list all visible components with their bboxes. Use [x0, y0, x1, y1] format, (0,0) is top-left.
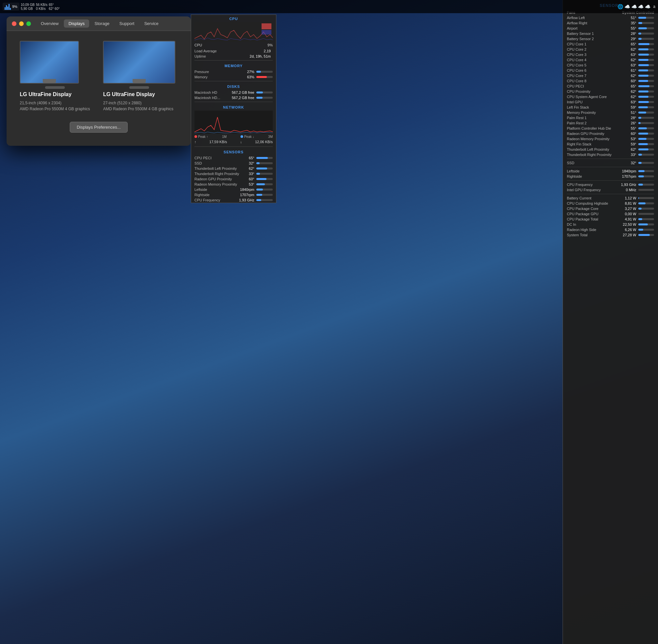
sp-sensor-bar-fill-15 [638, 96, 649, 98]
istat-sensor-bar-2 [256, 167, 273, 169]
displays-preferences-button[interactable]: Displays Preferences... [70, 122, 128, 133]
sp-sensor-bar-fill-14 [638, 91, 649, 92]
tab-service[interactable]: Service [140, 19, 163, 28]
istat-main-panel: CPU CPU 9% Load Average 2,19 Uptime 2d, … [191, 15, 276, 203]
istat-peak-up-val: 1M [222, 135, 227, 139]
menubar-temp-stats[interactable]: 65° 62° 60° [49, 3, 60, 10]
display-stand-1 [45, 86, 65, 89]
menubar-mem-stats[interactable]: 10,09 GB 5,90 GB [21, 3, 34, 10]
sp-sensor-value-2: 55° [624, 26, 636, 30]
istat-disk1-value: 567,2 GB free [232, 91, 255, 94]
sp-sensor-row-25: Thunderbolt Left Proximity 62° [563, 147, 658, 152]
sp-ssd-bar [638, 162, 654, 164]
sp-sensor-label-9: CPU Core 5 [567, 63, 624, 67]
sp-sensor-label-12: CPU Core 8 [567, 79, 624, 83]
istat-sensor-bar-fill-5 [256, 183, 265, 185]
sp-sensor-bar-fill-20 [638, 122, 640, 124]
sp-sensor-value-25: 62° [624, 147, 636, 152]
maximize-button[interactable] [26, 21, 31, 26]
istat-sensor-value-3: 33° [244, 172, 254, 176]
sp-sensor-bar-8 [638, 59, 654, 61]
istat-sensor-bar-4 [256, 178, 273, 180]
menubar-cpu-widget[interactable]: 9% [3, 3, 19, 10]
tab-support[interactable]: Support [115, 19, 139, 28]
menubar-icons: 🌐 ☁️ ☁️ ☁️ ☁️ [617, 4, 651, 9]
sp-system-total-label: System Total [567, 233, 623, 237]
tab-overview[interactable]: Overview [36, 19, 63, 28]
menubar-mem-free: 5,90 GB [21, 7, 34, 10]
istat-disk2-bar [256, 97, 273, 99]
istat-sensor-label-4: Radeon GPU Proximity [194, 177, 244, 181]
sp-sensor-bar-fill-1 [638, 22, 642, 24]
sp-sensor-bar-15 [638, 96, 654, 98]
net-up-speed: 17,59 KB/s [209, 140, 227, 144]
sp-cpu-pkg-core-bar-fill [638, 208, 641, 210]
sp-sensor-row-10: CPU Core 6 61° [563, 68, 658, 73]
sp-sensor-label-15: CPU System Agent Core [567, 95, 624, 99]
sp-sensor-row-20: Palm Rest 2 26° [563, 120, 658, 126]
istat-sensor-value-8: 1,93 GHz [239, 198, 254, 202]
menubar-net-stats[interactable]: 56 KB/s 0 KB/s [36, 3, 47, 10]
menubar-time: a [653, 4, 655, 9]
tab-storage[interactable]: Storage [90, 19, 114, 28]
sp-battery-current-label: Battery Current [567, 196, 624, 200]
istat-uptime-row: Uptime 2d, 19h, 51m [191, 54, 276, 59]
display-spec-2: 27-inch (5120 x 2880) AMD Radeon Pro 550… [103, 100, 173, 112]
sp-ssd-row: SSD 32° [563, 160, 658, 165]
sp-radeon-high-bar-fill [638, 229, 643, 231]
display-name-2: LG UltraFine Display [103, 91, 155, 97]
sp-battery-current-row: Battery Current 1,12 W [563, 196, 658, 201]
istat-sensor-value-2: 62° [244, 166, 254, 170]
istat-pressure-value: 27% [244, 70, 254, 74]
istat-uptime-label: Uptime [194, 54, 250, 58]
menubar-right: 🌐 ☁️ ☁️ ☁️ ☁️ a [617, 4, 655, 9]
sp-sensor-bar-fill-7 [638, 54, 649, 55]
sp-radeon-high-label: Radeon High Side [567, 228, 624, 232]
sp-sensor-bar-20 [638, 122, 654, 124]
istat-sensor-label-8: CPU Frequency [194, 198, 239, 202]
sp-dc-in-bar-fill [638, 224, 648, 225]
sp-sensor-value-4: 29° [624, 37, 636, 41]
sp-sensor-bar-7 [638, 54, 654, 55]
sp-sensor-value-11: 62° [624, 74, 636, 78]
tab-displays[interactable]: Displays [64, 19, 89, 28]
istat-sensor-bar-fill-7 [256, 194, 262, 196]
sp-sensor-value-17: 59° [624, 105, 636, 109]
istat-cpu-graph [194, 22, 273, 42]
istat-disk2-value: 567,2 GB free [232, 96, 255, 100]
sp-cpu-freq-bar [638, 184, 654, 186]
net-down-speed: 12,06 KB/s [255, 140, 273, 144]
sp-sensor-row-6: CPU Core 2 62° [563, 47, 658, 52]
istat-sensor-bar-fill-1 [256, 162, 260, 164]
sp-sensor-value-23: 53° [624, 137, 636, 141]
sp-sensor-row-14: CPU Proximity 62° [563, 89, 658, 94]
sp-sensor-label-16: Intel GPU [567, 100, 624, 104]
sp-radeon-high-value: 6,26 W [624, 228, 636, 232]
sp-sensor-value-10: 61° [624, 68, 636, 72]
close-button[interactable] [12, 21, 17, 26]
istat-network-speeds: ↑ 17,59 KB/s ↓ 12,06 KB/s [191, 139, 276, 145]
sp-sensor-row-2: Airport 55° [563, 26, 658, 31]
istat-pressure-bar [256, 71, 273, 73]
sp-sensor-label-10: CPU Core 6 [567, 68, 624, 72]
sp-sensor-bar-3 [638, 32, 654, 34]
menubar: 9% 10,09 GB 5,90 GB 56 KB/s 0 KB/s 65° 6… [0, 0, 658, 13]
sp-sensor-bar-fill-12 [638, 80, 648, 82]
sp-cpu-freq-label: CPU Frequency [567, 183, 621, 187]
sp-sensor-row-7: CPU Core 3 63° [563, 52, 658, 57]
istat-sensor-bar-fill-8 [256, 199, 261, 201]
sp-leftside-label: Leftside [567, 169, 622, 173]
sp-leftside-bar-fill [638, 170, 644, 172]
sp-cpu-pkg-core-row: CPU Package Core 3,27 W [563, 206, 658, 211]
sp-sensor-label-8: CPU Core 4 [567, 58, 624, 62]
sp-sensor-bar-fill-26 [638, 154, 642, 156]
istat-sensor-label-2: Thunderbolt Left Proximity [194, 166, 244, 170]
sp-ssd-label: SSD [567, 161, 624, 165]
sp-sensor-row-12: CPU Core 8 60° [563, 78, 658, 84]
sp-dc-in-row: DC In 22,50 W [563, 222, 658, 227]
sp-cpu-pkg-gpu-label: CPU Package GPU [567, 212, 624, 216]
minimize-button[interactable] [19, 21, 24, 26]
sp-dc-in-label: DC In [567, 223, 623, 226]
sp-sensor-label-11: CPU Core 7 [567, 74, 624, 78]
sp-sensor-value-9: 63° [624, 63, 636, 67]
